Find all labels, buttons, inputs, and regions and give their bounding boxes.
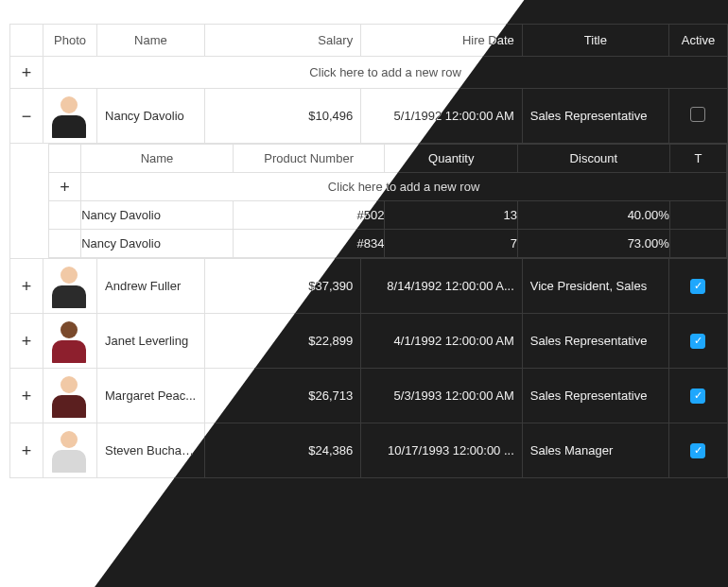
checkbox[interactable] bbox=[690, 107, 705, 122]
add-row-text[interactable]: Click here to add a new row bbox=[43, 57, 728, 89]
detail-blank bbox=[49, 230, 81, 258]
avatar bbox=[51, 261, 87, 308]
header-salary[interactable]: Salary bbox=[204, 25, 360, 57]
employee-grid: PhotoNameSalaryHire DateTitleActive+Clic… bbox=[9, 24, 728, 478]
header-title[interactable]: Title bbox=[522, 25, 668, 57]
table-row[interactable]: +Steven Buchan...$24,38610/17/1993 12:00… bbox=[10, 423, 728, 478]
detail-add-row[interactable]: +Click here to add a new row bbox=[49, 173, 727, 201]
expand-icon[interactable]: + bbox=[10, 369, 43, 423]
detail-panel: NameProduct NumberQuantityDiscountT+Clic… bbox=[10, 144, 728, 259]
add-icon[interactable]: + bbox=[49, 173, 81, 201]
detail-row[interactable]: Nancy Davolio#5021340.00% bbox=[49, 201, 727, 230]
detail-header-row: NameProduct NumberQuantityDiscountT bbox=[49, 145, 727, 173]
detail-add-row-text[interactable]: Click here to add a new row bbox=[81, 173, 727, 201]
title-cell[interactable]: Sales Manager bbox=[522, 423, 668, 478]
active-cell[interactable]: ✓ bbox=[668, 423, 727, 478]
detail-name[interactable]: Nancy Davolio bbox=[81, 201, 234, 230]
photo-cell bbox=[43, 259, 97, 314]
detail-product-number[interactable]: #834 bbox=[233, 230, 385, 258]
detail-header-product-number[interactable]: Product Number bbox=[233, 145, 385, 173]
header-hire-date[interactable]: Hire Date bbox=[361, 25, 523, 57]
avatar bbox=[51, 371, 87, 418]
active-cell[interactable]: ✓ bbox=[668, 369, 727, 423]
detail-header-truncated[interactable]: T bbox=[669, 145, 726, 173]
detail-header-quantity[interactable]: Quantity bbox=[385, 145, 518, 173]
hire-date-cell[interactable]: 8/14/1992 12:00:00 A... bbox=[361, 259, 523, 314]
checkbox[interactable]: ✓ bbox=[690, 334, 705, 349]
detail-grid: NameProduct NumberQuantityDiscountT+Clic… bbox=[48, 144, 727, 258]
hire-date-cell[interactable]: 5/3/1993 12:00:00 AM bbox=[361, 369, 523, 423]
detail-extra[interactable] bbox=[669, 201, 726, 230]
detail-discount[interactable]: 73.00% bbox=[518, 230, 670, 258]
photo-cell bbox=[43, 423, 97, 478]
detail-header-discount[interactable]: Discount bbox=[518, 145, 670, 173]
expand-icon[interactable]: + bbox=[10, 259, 43, 314]
checkbox[interactable]: ✓ bbox=[690, 443, 705, 458]
detail-quantity[interactable]: 7 bbox=[385, 230, 518, 258]
detail-extra[interactable] bbox=[669, 230, 726, 258]
photo-cell bbox=[43, 314, 97, 369]
salary-cell[interactable]: $26,713 bbox=[204, 369, 360, 423]
hire-date-cell[interactable]: 5/1/1992 12:00:00 AM bbox=[361, 89, 523, 144]
avatar bbox=[51, 425, 87, 473]
salary-cell[interactable]: $10,496 bbox=[204, 89, 360, 144]
name-cell[interactable]: Janet Leverling bbox=[97, 314, 205, 369]
detail-name[interactable]: Nancy Davolio bbox=[81, 230, 234, 258]
header-active[interactable]: Active bbox=[668, 25, 727, 57]
checkbox[interactable]: ✓ bbox=[690, 388, 705, 404]
title-cell[interactable]: Sales Representative bbox=[522, 314, 668, 369]
header-name[interactable]: Name bbox=[97, 25, 205, 57]
salary-cell[interactable]: $24,386 bbox=[204, 423, 360, 478]
title-cell[interactable]: Sales Representative bbox=[522, 89, 668, 144]
header-photo[interactable]: Photo bbox=[43, 25, 97, 57]
name-cell[interactable]: Steven Buchan... bbox=[97, 423, 205, 478]
table-row[interactable]: +Andrew Fuller$37,3908/14/1992 12:00:00 … bbox=[10, 259, 728, 314]
collapse-icon[interactable]: − bbox=[10, 89, 43, 144]
title-cell[interactable]: Vice President, Sales bbox=[522, 259, 668, 314]
title-cell[interactable]: Sales Representative bbox=[522, 369, 668, 423]
avatar bbox=[51, 91, 87, 138]
detail-header-name[interactable]: Name bbox=[81, 145, 234, 173]
salary-cell[interactable]: $37,390 bbox=[204, 259, 360, 314]
detail-quantity[interactable]: 13 bbox=[385, 201, 518, 230]
photo-cell bbox=[43, 369, 97, 423]
active-cell[interactable]: ✓ bbox=[668, 314, 727, 369]
name-cell[interactable]: Nancy Davolio bbox=[97, 89, 205, 144]
table-row[interactable]: −Nancy Davolio$10,4965/1/1992 12:00:00 A… bbox=[10, 89, 728, 144]
add-row[interactable]: +Click here to add a new row bbox=[10, 57, 728, 89]
checkbox[interactable]: ✓ bbox=[690, 279, 705, 294]
add-icon[interactable]: + bbox=[10, 57, 43, 89]
name-cell[interactable]: Margaret Peac... bbox=[97, 369, 205, 423]
expand-icon[interactable]: + bbox=[10, 423, 43, 478]
detail-row[interactable]: Nancy Davolio#834773.00% bbox=[49, 230, 727, 258]
hire-date-cell[interactable]: 10/17/1993 12:00:00 ... bbox=[361, 423, 523, 478]
table-row[interactable]: +Margaret Peac...$26,7135/3/1993 12:00:0… bbox=[10, 369, 728, 423]
avatar bbox=[51, 316, 87, 363]
expand-icon[interactable]: + bbox=[10, 314, 43, 369]
table-row[interactable]: +Janet Leverling$22,8994/1/1992 12:00:00… bbox=[10, 314, 728, 369]
active-cell[interactable]: ✓ bbox=[668, 259, 727, 314]
photo-cell bbox=[43, 89, 97, 144]
header-row: PhotoNameSalaryHire DateTitleActive bbox=[10, 25, 728, 57]
detail-product-number[interactable]: #502 bbox=[233, 201, 385, 230]
detail-discount[interactable]: 40.00% bbox=[518, 201, 670, 230]
name-cell[interactable]: Andrew Fuller bbox=[97, 259, 205, 314]
detail-header-blank bbox=[49, 145, 81, 173]
detail-blank bbox=[49, 201, 81, 230]
salary-cell[interactable]: $22,899 bbox=[204, 314, 360, 369]
active-cell[interactable] bbox=[668, 89, 727, 144]
hire-date-cell[interactable]: 4/1/1992 12:00:00 AM bbox=[361, 314, 523, 369]
header-blank bbox=[10, 25, 43, 57]
